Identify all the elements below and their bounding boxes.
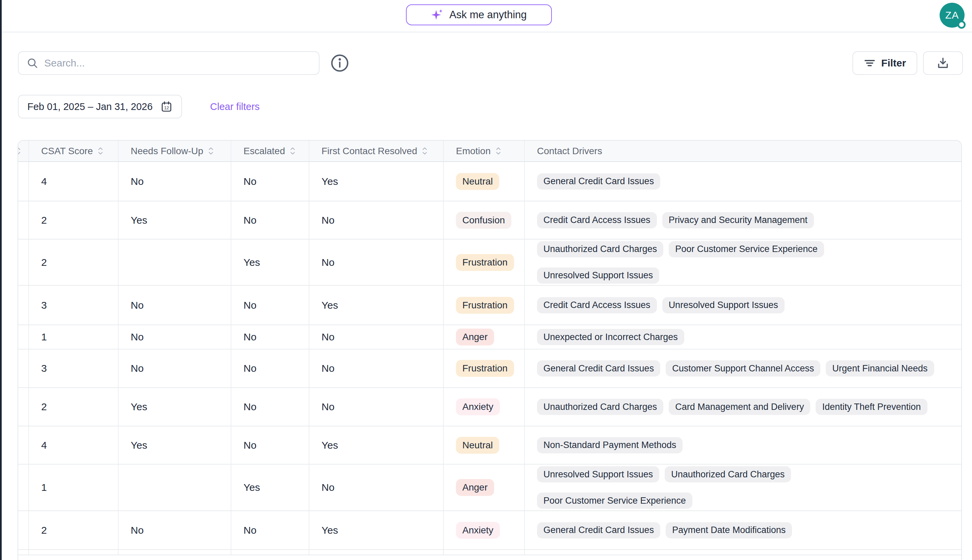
contact-driver-chip: Unresolved Support Issues bbox=[662, 297, 785, 313]
column-header-clipped[interactable] bbox=[18, 141, 29, 161]
cell-escalated: No bbox=[231, 286, 310, 325]
filter-button[interactable]: Filter bbox=[852, 51, 917, 75]
cell-escalated: No bbox=[231, 202, 310, 239]
cell-csat: 1 bbox=[29, 465, 119, 510]
contact-driver-chip: Payment Date Modifications bbox=[666, 522, 792, 538]
cell-clipped bbox=[18, 286, 29, 325]
cell-emotion: Anxiety bbox=[444, 388, 525, 426]
contact-driver-chip: Unexpected or Incorrect Charges bbox=[537, 329, 684, 345]
cell-clipped bbox=[18, 350, 29, 387]
ask-me-anything-button[interactable]: Ask me anything bbox=[406, 4, 552, 25]
cell-escalated: No bbox=[231, 511, 310, 549]
column-header-escalated[interactable]: Escalated bbox=[231, 141, 310, 161]
table-row[interactable]: 2YesNoNoAnxietyUnauthorized Card Charges… bbox=[18, 388, 961, 427]
date-range-button[interactable]: Feb 01, 2025 – Jan 31, 2026 12 bbox=[18, 95, 182, 118]
cell-escalated: No bbox=[231, 325, 310, 349]
cell-emotion: Frustration bbox=[444, 240, 525, 285]
emotion-badge: Frustration bbox=[456, 360, 514, 377]
column-header-csat-score[interactable]: CSAT Score bbox=[29, 141, 119, 161]
cell-needs-follow-up: No bbox=[119, 325, 231, 349]
cell-empty bbox=[29, 550, 119, 555]
table-row[interactable]: 3NoNoNoFrustrationGeneral Credit Card Is… bbox=[18, 350, 961, 388]
cell-needs-follow-up: No bbox=[119, 511, 231, 549]
calendar-icon: 12 bbox=[161, 100, 172, 113]
clear-filters-link[interactable]: Clear filters bbox=[210, 101, 260, 112]
cell-first-contact-resolved: No bbox=[310, 325, 444, 349]
sort-icon bbox=[495, 147, 501, 155]
avatar[interactable]: ZA bbox=[940, 3, 965, 28]
cell-emotion: Neutral bbox=[444, 427, 525, 464]
emotion-badge: Frustration bbox=[456, 297, 514, 314]
table-row[interactable]: 4NoNoYesNeutralGeneral Credit Card Issue… bbox=[18, 162, 961, 202]
table-row[interactable]: 1YesNoAngerUnresolved Support IssuesUnau… bbox=[18, 465, 961, 511]
cell-first-contact-resolved: Yes bbox=[310, 511, 444, 549]
cell-csat: 1 bbox=[29, 325, 119, 349]
emotion-badge: Anxiety bbox=[456, 522, 500, 539]
cell-csat: 4 bbox=[29, 427, 119, 464]
cell-first-contact-resolved: Yes bbox=[310, 427, 444, 464]
cell-first-contact-resolved: No bbox=[310, 388, 444, 426]
contact-driver-chip: Unresolved Support Issues bbox=[537, 268, 659, 284]
cell-contact-drivers: General Credit Card IssuesPayment Date M… bbox=[525, 511, 962, 549]
search-input[interactable] bbox=[44, 57, 311, 69]
data-table: CSAT ScoreNeeds Follow-UpEscalatedFirst … bbox=[18, 140, 962, 560]
collapsed-sidebar-edge bbox=[0, 0, 2, 560]
table-row[interactable]: 3NoNoYesFrustrationCredit Card Access Is… bbox=[18, 286, 961, 325]
contact-driver-chip: Credit Card Access Issues bbox=[537, 297, 657, 313]
cell-emotion: Frustration bbox=[444, 350, 525, 387]
cell-clipped bbox=[18, 162, 29, 201]
cell-escalated: No bbox=[231, 162, 310, 201]
cell-needs-follow-up: Yes bbox=[119, 202, 231, 239]
cell-first-contact-resolved: Yes bbox=[310, 286, 444, 325]
cell-needs-follow-up: Yes bbox=[119, 427, 231, 464]
table-row[interactable]: 2NoNoYesAnxietyGeneral Credit Card Issue… bbox=[18, 511, 961, 550]
column-header-needs-follow-up[interactable]: Needs Follow-Up bbox=[119, 141, 231, 161]
cell-contact-drivers: Credit Card Access IssuesPrivacy and Sec… bbox=[525, 202, 962, 239]
contact-driver-chip: General Credit Card Issues bbox=[537, 522, 660, 538]
top-bar: Ask me anything ZA bbox=[0, 0, 972, 32]
sort-icon bbox=[208, 147, 214, 155]
cell-csat: 2 bbox=[29, 240, 119, 285]
cell-csat: 2 bbox=[29, 202, 119, 239]
column-header-contact-drivers: Contact Drivers bbox=[525, 141, 962, 161]
search-box bbox=[18, 51, 320, 75]
table-header-row: CSAT ScoreNeeds Follow-UpEscalatedFirst … bbox=[18, 141, 961, 162]
contact-driver-chip: Poor Customer Service Experience bbox=[669, 241, 824, 257]
sort-icon bbox=[290, 147, 296, 155]
column-header-first-contact-resolved[interactable]: First Contact Resolved bbox=[310, 141, 444, 161]
cell-emotion: Confusion bbox=[444, 202, 525, 239]
cell-escalated: Yes bbox=[231, 465, 310, 510]
cell-clipped bbox=[18, 388, 29, 426]
cell-escalated: No bbox=[231, 427, 310, 464]
contact-driver-chip: Credit Card Access Issues bbox=[537, 212, 657, 228]
cell-csat: 2 bbox=[29, 388, 119, 426]
table-row[interactable]: 4YesNoYesNeutralNon-Standard Payment Met… bbox=[18, 427, 961, 465]
cell-emotion: Anxiety bbox=[444, 511, 525, 549]
download-button[interactable] bbox=[923, 51, 963, 75]
cell-contact-drivers: General Credit Card Issues bbox=[525, 162, 962, 201]
emotion-badge: Confusion bbox=[456, 212, 511, 229]
cell-csat: 3 bbox=[29, 350, 119, 387]
column-header-label: First Contact Resolved bbox=[321, 146, 417, 157]
table-row[interactable]: 2YesNoNoConfusionCredit Card Access Issu… bbox=[18, 202, 961, 240]
info-button[interactable] bbox=[330, 53, 349, 73]
contact-driver-chip: Unresolved Support Issues bbox=[537, 466, 659, 482]
cell-escalated: No bbox=[231, 388, 310, 426]
cell-csat: 3 bbox=[29, 286, 119, 325]
column-header-emotion[interactable]: Emotion bbox=[444, 141, 525, 161]
cell-clipped bbox=[18, 202, 29, 239]
table-row[interactable]: 1NoNoNoAngerUnexpected or Incorrect Char… bbox=[18, 325, 961, 350]
column-header-label: CSAT Score bbox=[41, 146, 93, 157]
cell-empty bbox=[444, 550, 525, 555]
column-header-label: Escalated bbox=[244, 146, 285, 157]
cell-emotion: Frustration bbox=[444, 286, 525, 325]
cell-escalated: Yes bbox=[231, 240, 310, 285]
column-header-label: Needs Follow-Up bbox=[131, 146, 203, 157]
emotion-badge: Neutral bbox=[456, 173, 499, 190]
contact-driver-chip: Privacy and Security Management bbox=[662, 212, 814, 228]
cell-csat: 4 bbox=[29, 162, 119, 201]
cell-first-contact-resolved: No bbox=[310, 202, 444, 239]
avatar-status-dot bbox=[957, 21, 965, 29]
table-row[interactable]: 2YesNoFrustrationUnauthorized Card Charg… bbox=[18, 240, 961, 286]
cell-needs-follow-up: No bbox=[119, 350, 231, 387]
